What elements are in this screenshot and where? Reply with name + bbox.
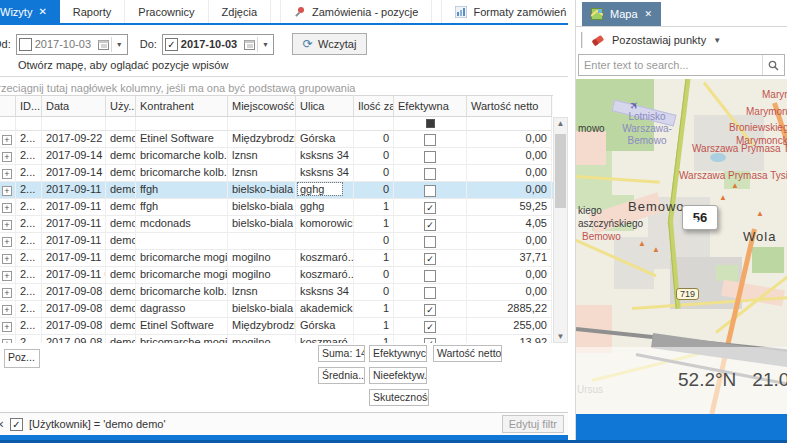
efektywna-checkbox[interactable] — [424, 304, 436, 316]
efektywna-checkbox[interactable] — [424, 185, 436, 197]
efektywna-checkbox[interactable] — [424, 253, 436, 265]
efektywna-checkbox[interactable] — [424, 202, 436, 214]
toolbar-grip[interactable] — [581, 32, 583, 48]
row-expand-button[interactable]: + — [0, 335, 16, 343]
tab-zdjecia[interactable]: Zdjęcia — [209, 0, 271, 23]
cell-efektywna[interactable] — [394, 216, 467, 233]
table-row[interactable]: +2...2017-09-11 1...demo...00,00 — [0, 233, 553, 250]
table-row[interactable]: +2...2017-09-14 1...demo...bricomarche k… — [0, 148, 553, 165]
efektywna-checkbox[interactable] — [424, 219, 436, 231]
header-efektywna[interactable]: Efektywna — [394, 96, 467, 117]
header-kontrahent[interactable]: Kontrahent — [136, 96, 228, 117]
table-row[interactable]: +2...2017-09-11 1...demo...bricomarche m… — [0, 250, 553, 267]
filter-enabled-checkbox[interactable] — [10, 418, 23, 431]
from-date-checkbox[interactable] — [19, 38, 32, 51]
row-expand-button[interactable]: + — [0, 165, 16, 182]
row-expand-button[interactable]: + — [0, 284, 16, 301]
filter-cell[interactable] — [354, 117, 394, 131]
row-expand-button[interactable]: + — [0, 216, 16, 233]
summary-srednia[interactable]: Średnia... — [318, 367, 365, 384]
tab-formaty-zamowien[interactable]: Formaty zamówień — [441, 0, 568, 23]
header-miejscowosc[interactable]: Miejscowość — [228, 96, 296, 117]
header-wartosc-netto[interactable]: Wartość netto — [467, 96, 552, 117]
tab-zamowienia-pozycje[interactable]: Zamówienia - pozycje — [280, 0, 432, 23]
header-id[interactable]: ID...▼ — [16, 96, 42, 117]
tab-pracownicy[interactable]: Pracownicy — [125, 0, 208, 23]
table-row[interactable]: +2...2017-09-08 1...demo...dagrassobiels… — [0, 301, 553, 318]
summary-skutecznosc[interactable]: Skuteczność... — [369, 389, 429, 406]
search-input[interactable]: Enter text to search... — [578, 54, 785, 76]
chevron-down-icon[interactable]: ▼ — [713, 36, 721, 45]
header-ulica[interactable]: Ulica — [296, 96, 354, 117]
map-marker-56[interactable]: 56 — [682, 205, 718, 230]
filter-cell[interactable] — [42, 117, 106, 131]
efektywna-checkbox[interactable] — [424, 321, 436, 333]
cell-efektywna[interactable] — [394, 318, 467, 335]
tab-raporty[interactable]: Raporty — [60, 0, 126, 23]
row-expand-button[interactable]: + — [0, 318, 16, 335]
efektywna-checkbox[interactable] — [424, 287, 436, 299]
cell-efektywna[interactable] — [394, 284, 467, 301]
efektywna-checkbox[interactable] — [424, 168, 436, 180]
row-expand-button[interactable]: + — [0, 233, 16, 250]
leave-points-button[interactable]: Pozostawiaj punkty — [612, 34, 706, 46]
to-date-checkbox[interactable] — [165, 38, 178, 51]
cell-efektywna[interactable] — [394, 148, 467, 165]
to-date-field[interactable]: 2017-10-03 ▼ — [162, 34, 274, 55]
row-expand-button[interactable]: + — [0, 148, 16, 165]
chevron-down-icon[interactable]: ▼ — [114, 41, 125, 48]
cell-efektywna[interactable] — [394, 199, 467, 216]
cell-efektywna[interactable] — [394, 131, 467, 148]
filter-cell[interactable] — [467, 117, 552, 131]
remove-filter-icon[interactable]: ✕ — [0, 419, 8, 430]
summary-suma[interactable]: Suma: 14 — [318, 345, 365, 362]
table-row[interactable]: +2...2017-09-14 1...demo...bricomarche k… — [0, 165, 553, 182]
table-row[interactable]: +2...2017-09-22 1...demo...Etinel Softwa… — [0, 131, 553, 148]
row-expand-button[interactable]: + — [0, 301, 16, 318]
from-date-field[interactable]: 2017-10-03 ▼ — [16, 34, 128, 55]
header-uzytkownik[interactable]: Uży... — [106, 96, 136, 117]
filter-cell[interactable] — [228, 117, 296, 131]
row-expand-button[interactable]: + — [0, 182, 16, 199]
efektywna-checkbox[interactable] — [424, 151, 436, 163]
cell-efektywna[interactable] — [394, 182, 467, 199]
cell-efektywna[interactable] — [394, 250, 467, 267]
edit-filter-button[interactable]: Edytuj filtr — [502, 415, 564, 433]
scroll-down-icon[interactable]: ▼ — [554, 332, 567, 341]
efektywna-checkbox[interactable] — [424, 270, 436, 282]
map-canvas[interactable]: ✈ ▲ ▲ ▲ ▲ ▲ mowo Lotnisko Warszawa- Bemo… — [576, 79, 787, 414]
table-row[interactable]: +2...2017-09-11 1...demo...ffghbielsko-b… — [0, 199, 553, 216]
row-expand-button[interactable]: + — [0, 267, 16, 284]
tab-mapa[interactable]: Mapa ✕ — [582, 2, 661, 26]
close-icon[interactable]: ✕ — [645, 9, 653, 19]
table-row[interactable]: +2...2017-09-08 1...demo...Etinel Softwa… — [0, 318, 553, 335]
tab-wizyty[interactable]: Wizyty ✕ — [0, 0, 60, 23]
summary-efektywnych[interactable]: Efektywnyc... — [369, 345, 427, 362]
ulica-cell-editor[interactable]: gghg — [298, 183, 342, 195]
table-row[interactable]: +2...2017-09-11 0...demo...bricomarche m… — [0, 267, 553, 284]
table-row[interactable]: +2...2017-09-08 1...demo...bricomarche k… — [0, 284, 553, 301]
load-button[interactable]: ⟳ Wczytaj — [292, 33, 368, 55]
cell-efektywna[interactable] — [394, 335, 467, 343]
efektywna-filter-checkbox[interactable] — [394, 117, 467, 131]
cell-efektywna[interactable] — [394, 233, 467, 250]
row-expand-button[interactable]: + — [0, 199, 16, 216]
close-icon[interactable]: ✕ — [38, 6, 46, 17]
cell-efektywna[interactable] — [394, 301, 467, 318]
cell-efektywna[interactable] — [394, 267, 467, 284]
filter-cell[interactable] — [106, 117, 136, 131]
cell-ulica[interactable]: gghg — [296, 182, 354, 199]
scroll-up-icon[interactable]: ▲ — [554, 119, 567, 128]
table-row[interactable]: +2...2017-09-11 1...demo...ffghbielsko-b… — [0, 182, 553, 199]
summary-nieefektywnych[interactable]: Nieefektyw... — [369, 367, 427, 384]
efektywna-checkbox[interactable] — [424, 134, 436, 146]
poz-button[interactable]: Poz... — [4, 349, 40, 368]
chevron-down-icon[interactable]: ▼ — [260, 41, 271, 48]
grid-vertical-scrollbar[interactable]: ▲ ▼ — [553, 117, 568, 343]
table-row[interactable]: +2...2017-09-08 1...demo...bricomarche m… — [0, 335, 553, 343]
row-expand-button[interactable]: + — [0, 250, 16, 267]
efektywna-checkbox[interactable] — [424, 236, 436, 248]
table-row[interactable]: +2...2017-09-11 1...demo...mcdonadsbiels… — [0, 216, 553, 233]
search-button[interactable] — [762, 55, 784, 75]
scrollbar-thumb[interactable] — [555, 134, 566, 208]
